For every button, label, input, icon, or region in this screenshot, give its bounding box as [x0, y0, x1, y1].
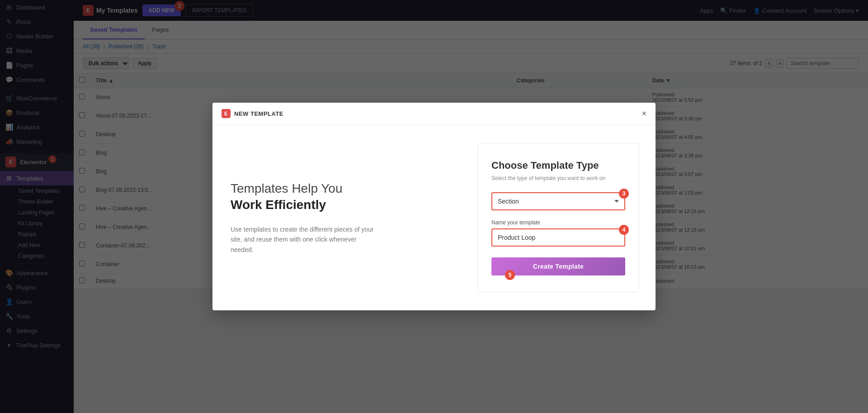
- template-form: Choose Template Type Select the type of …: [477, 143, 639, 292]
- template-type-select[interactable]: SectionPageBlockPopup: [491, 192, 625, 210]
- modal-left-title: Templates Help You Work Efficiently: [231, 180, 443, 214]
- modal-elementor-logo: E: [222, 109, 231, 118]
- modal-left: Templates Help You Work Efficiently Use …: [212, 125, 461, 310]
- form-title: Choose Template Type: [491, 160, 625, 171]
- modal-right: Choose Template Type Select the type of …: [461, 125, 656, 310]
- form-subtitle: Select the type of template you want to …: [491, 175, 625, 181]
- modal-header: E NEW TEMPLATE ×: [212, 103, 656, 125]
- modal-overlay[interactable]: E NEW TEMPLATE × Templates Help You Work…: [0, 0, 868, 413]
- template-name-input[interactable]: [491, 228, 625, 247]
- modal-left-desc: Use templates to create the different pi…: [231, 224, 375, 255]
- step-3-badge: 3: [619, 189, 629, 199]
- new-template-modal: E NEW TEMPLATE × Templates Help You Work…: [212, 103, 656, 310]
- template-name-label: Name your template: [491, 219, 625, 226]
- modal-body: Templates Help You Work Efficiently Use …: [212, 125, 656, 310]
- modal-close-button[interactable]: ×: [642, 109, 646, 118]
- step-4-badge: 4: [619, 225, 629, 235]
- step-5-badge: 5: [505, 270, 515, 280]
- modal-title: E NEW TEMPLATE: [222, 109, 283, 118]
- modal-title-text: NEW TEMPLATE: [234, 110, 283, 117]
